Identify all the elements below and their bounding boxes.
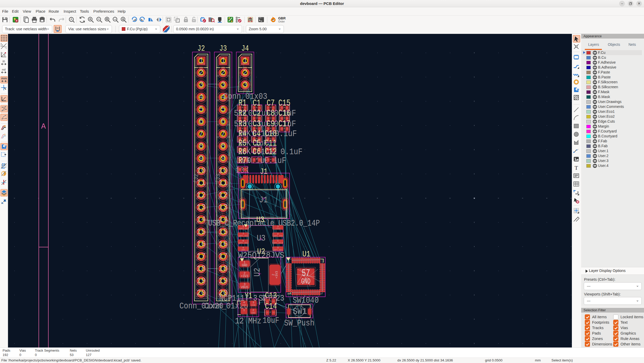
svg-text:+3V3: +3V3: [220, 111, 226, 114]
svg-text:W25Q128JVS: W25Q128JVS: [238, 250, 284, 260]
svg-text:GND: GND: [251, 312, 255, 314]
svg-text:18: 18: [267, 159, 269, 161]
svg-text:GPIO26_A0: GPIO26_A0: [216, 136, 230, 139]
svg-text:10uF: 10uF: [263, 316, 279, 325]
svg-text:GND: GND: [221, 87, 225, 90]
svg-text:GND: GND: [221, 148, 225, 151]
svg-text:C14: C14: [265, 301, 277, 311]
svg-text:QSPI_SD0: QSPI_SD0: [273, 235, 283, 237]
svg-text:U1: U1: [302, 249, 310, 259]
svg-text:GPIO21: GPIO21: [218, 160, 228, 163]
svg-text:2: 2: [272, 274, 275, 276]
svg-text:GND: GND: [242, 264, 247, 267]
svg-text:VBUS: VBUS: [241, 286, 248, 289]
svg-text:0.1uF: 0.1uF: [281, 147, 302, 157]
svg-text:R3: R3: [239, 119, 247, 129]
svg-text:28: 28: [258, 159, 261, 161]
svg-text:GPIO13: GPIO13: [196, 234, 206, 237]
svg-text:GPIO15: GPIO15: [218, 246, 228, 249]
svg-text:18: 18: [239, 168, 241, 171]
svg-text:GPIO18: GPIO18: [218, 197, 228, 200]
svg-text:mil: mil: [2, 68, 6, 71]
svg-text:C12: C12: [265, 147, 277, 157]
svg-text:28: 28: [272, 312, 275, 314]
svg-text:r: r: [2, 52, 3, 54]
svg-text:GPIO19: GPIO19: [218, 258, 228, 261]
svg-text:GPIO11: GPIO11: [196, 197, 206, 200]
svg-text:J1: J1: [259, 195, 268, 205]
svg-text:18: 18: [266, 312, 268, 314]
svg-text:1: 1: [243, 309, 245, 312]
svg-text:GPIO4: GPIO4: [197, 123, 205, 126]
svg-text:C17: C17: [278, 119, 291, 129]
svg-text:GND: GND: [199, 148, 203, 151]
svg-text:mm: mm: [1, 77, 7, 80]
svg-text:3: 3: [253, 301, 254, 304]
svg-text:SWD: SWD: [243, 87, 247, 90]
svg-text:J4: J4: [241, 44, 249, 53]
svg-text:18: 18: [253, 159, 255, 161]
svg-text:GPIO3: GPIO3: [197, 111, 205, 114]
svg-text:R7: R7: [239, 155, 247, 166]
svg-text:C9: C9: [267, 119, 275, 129]
svg-text:GND: GND: [243, 75, 247, 77]
svg-text:GND: GND: [199, 271, 203, 273]
svg-text:J3: J3: [219, 44, 227, 53]
svg-text:J2: J2: [198, 44, 205, 53]
svg-text:SW1: SW1: [293, 307, 307, 316]
svg-text:GPIO22: GPIO22: [196, 246, 206, 249]
svg-text:C15: C15: [278, 98, 291, 108]
svg-text:QSPI_SD2: QSPI_SD2: [239, 242, 248, 244]
svg-text:XIN: XIN: [251, 304, 255, 307]
svg-text:U3: U3: [256, 215, 264, 225]
svg-text:GPIO27_A1: GPIO27_A1: [216, 123, 230, 126]
svg-text:2: 2: [253, 309, 254, 312]
svg-text:C1: C1: [253, 98, 261, 108]
svg-text:GPIO16: GPIO16: [218, 234, 228, 237]
svg-text:GPIO1: GPIO1: [197, 75, 205, 77]
svg-text:R1: R1: [239, 98, 247, 108]
svg-text:C3: C3: [253, 119, 261, 129]
svg-text:C8: C8: [267, 108, 275, 118]
svg-text:T: T: [574, 165, 578, 171]
svg-text:+3V3: +3V3: [275, 271, 279, 279]
svg-text:R4: R4: [239, 129, 247, 139]
svg-text:4: 4: [243, 301, 245, 304]
svg-text:28: 28: [272, 159, 275, 161]
svg-text:GPIO24: GPIO24: [196, 283, 206, 286]
svg-text:GPIO20: GPIO20: [218, 173, 228, 175]
svg-text:SWCLK: SWCLK: [241, 63, 249, 65]
svg-text:GPIO8: GPIO8: [197, 63, 205, 65]
svg-text:GND: GND: [221, 209, 225, 212]
svg-text:C4: C4: [253, 129, 261, 139]
svg-text:+3V3: +3V3: [241, 275, 248, 278]
svg-text:C10: C10: [265, 129, 277, 139]
svg-text:QSPI_SCLK: QSPI_SCLK: [273, 242, 283, 244]
svg-text:C7: C7: [267, 98, 275, 108]
svg-text:GPIO5: GPIO5: [197, 136, 205, 139]
svg-text:A: A: [70, 18, 72, 21]
svg-text:28: 28: [244, 168, 246, 171]
svg-text:A: A: [41, 122, 46, 131]
svg-text:GPIO6: GPIO6: [197, 160, 205, 163]
svg-text:GPIO2: GPIO2: [197, 99, 205, 102]
svg-text:+3V3: +3V3: [276, 228, 281, 230]
svg-text:GPIO19: GPIO19: [218, 185, 228, 188]
svg-text:U2: U2: [252, 268, 262, 277]
svg-text:12 MHz: 12 MHz: [235, 316, 261, 326]
svg-text:GND: GND: [242, 304, 246, 307]
svg-text:QSPI_SS: QSPI_SS: [239, 228, 247, 230]
svg-text:GPIO7: GPIO7: [197, 173, 205, 175]
svg-text:VBUS: VBUS: [220, 63, 226, 65]
svg-text:J1: J1: [260, 167, 268, 176]
svg-text:C2: C2: [253, 108, 261, 118]
svg-text:QSPI_SD1: QSPI_SD1: [239, 235, 248, 237]
svg-text:GPIO25: GPIO25: [196, 295, 206, 298]
svg-text:GPIO27: GPIO27: [218, 283, 228, 286]
svg-text:in: in: [3, 60, 5, 63]
svg-text:GPIO29_A3: GPIO29_A3: [216, 75, 230, 77]
svg-text:GPIO23: GPIO23: [196, 258, 206, 261]
svg-text:C6: C6: [253, 147, 261, 157]
svg-text:SW_Push: SW_Push: [284, 318, 314, 328]
svg-text:GND: GND: [221, 271, 225, 273]
